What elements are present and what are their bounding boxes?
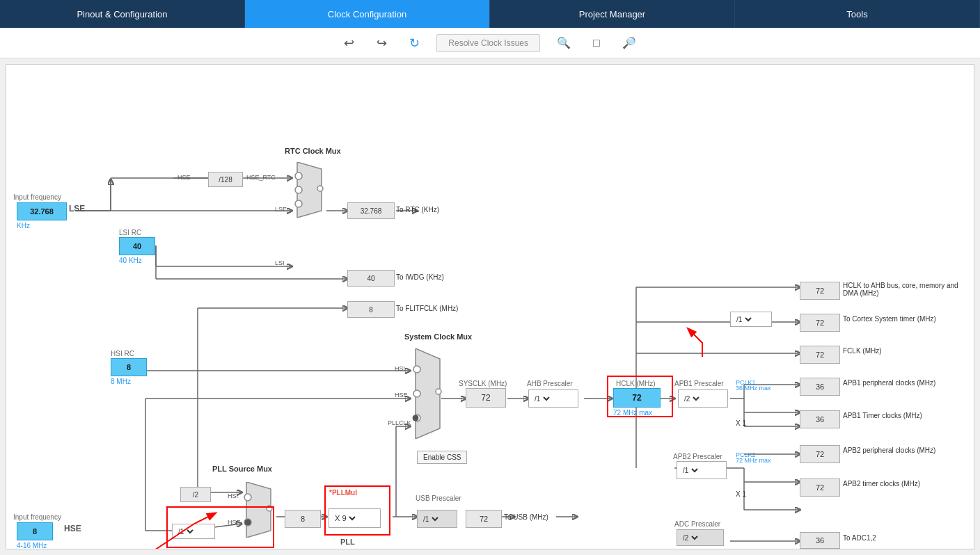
svg-point-55: [413, 366, 420, 373]
usb-prescaler-select[interactable]: /1: [417, 510, 457, 528]
hse-block: HSE: [64, 524, 81, 533]
rtc-value-box[interactable]: 32.768: [347, 202, 395, 219]
lsi-rc-value-box[interactable]: 40: [119, 237, 155, 255]
hse-input-label: Input frequency: [13, 513, 61, 521]
hsi-pll-mux-label: HSI: [228, 492, 238, 499]
svg-point-61: [244, 494, 251, 501]
hse-pll-div-select[interactable]: /1: [172, 524, 215, 539]
nav-tools[interactable]: Tools: [735, 0, 980, 28]
hclk-value-box[interactable]: 72: [613, 388, 661, 408]
pllclk-sys-mux-label: PLLCLK: [388, 419, 411, 426]
lse-input-label: Input frequency: [13, 193, 61, 201]
apb1-timer-value-box[interactable]: 36: [800, 410, 840, 428]
pll-mux-output-box[interactable]: 8: [285, 510, 321, 528]
resolve-clock-issues-button[interactable]: Resolve Clock Issues: [436, 34, 540, 52]
svg-point-53: [317, 186, 323, 191]
hse-pll-div-dropdown[interactable]: /1: [175, 527, 196, 536]
usb-prescaler-dropdown[interactable]: /1: [420, 515, 441, 524]
to-flit-label: To FLITFCLK (MHz): [396, 305, 458, 312]
apb2-prescaler-select[interactable]: /1: [677, 461, 727, 479]
flit-value-box[interactable]: 8: [347, 301, 395, 318]
top-navigation: Pinout & Configuration Clock Configurati…: [0, 0, 980, 28]
red-annotation-arrows: [6, 65, 974, 549]
svg-point-59: [436, 389, 441, 394]
apb1-peri-label: APB1 peripheral clocks (MHz): [843, 379, 935, 387]
hclk-label: HCLK (MHz): [616, 380, 656, 387]
adc-prescaler-dropdown[interactable]: /2: [680, 533, 700, 542]
nav-pinout[interactable]: Pinout & Configuration: [0, 0, 245, 28]
hsi-rc-label: HSI RC: [111, 350, 134, 357]
lse-value-box[interactable]: 32.768: [17, 202, 67, 220]
svg-point-64: [267, 506, 272, 511]
diagram-lines: [6, 65, 974, 549]
hclk-div-top-select[interactable]: /1: [730, 312, 772, 327]
apb1-prescaler-select[interactable]: /2: [678, 389, 728, 408]
to-rtc-label: To RTC (KHz): [396, 206, 439, 214]
usb-value-box[interactable]: 72: [466, 510, 502, 528]
cortex-value-box[interactable]: 72: [800, 314, 840, 332]
lse-unit-label: KHz: [17, 222, 30, 230]
apb2-prescaler-label: APB2 Prescaler: [673, 453, 722, 460]
svg-point-51: [295, 186, 302, 193]
svg-point-52: [295, 200, 302, 207]
clock-diagram: Input frequency 32.768 KHz LSE LSI RC 40…: [6, 65, 974, 549]
rtc-clock-mux-label: RTC Clock Mux: [285, 147, 341, 155]
ahb-prescaler-dropdown[interactable]: /1: [532, 394, 552, 403]
to-usb-label: To USB (MHz): [504, 513, 548, 521]
pclk2-max-label: 72 MHz max: [736, 457, 771, 464]
lsi-rc-unit-label: 40 KHz: [119, 257, 142, 264]
ahb-prescaler-label: AHB Prescaler: [527, 380, 573, 387]
zoom-in-button[interactable]: 🔍: [551, 33, 576, 52]
x1-apb1-label: X 1: [736, 419, 746, 427]
svg-point-58: [413, 415, 418, 421]
lse-block: LSE: [69, 204, 85, 214]
svg-point-50: [295, 172, 302, 179]
hsi-rc-unit-label: 8 MHz: [111, 378, 131, 385]
hse-pll-mux-label: HSE: [228, 519, 241, 526]
toolbar: ↩ ↪ ↻ Resolve Clock Issues 🔍 □ 🔎: [0, 28, 980, 58]
adc-value-box[interactable]: 36: [800, 532, 840, 549]
pll-mul-label: *PLLMul: [329, 489, 357, 497]
sysclk-value-box[interactable]: 72: [466, 388, 506, 408]
iwdg-value-box[interactable]: 40: [347, 270, 395, 287]
rtc-mux[interactable]: [290, 162, 329, 218]
hse-to-128-label: HSE: [177, 174, 191, 181]
ahb-prescaler-select[interactable]: /1: [528, 389, 578, 408]
hse-input-value-box[interactable]: 8: [17, 522, 53, 540]
apb1-prescaler-label: APB1 Prescaler: [674, 380, 724, 387]
undo-button[interactable]: ↩: [338, 33, 360, 54]
redo-button[interactable]: ↪: [371, 33, 393, 54]
apb1-prescaler-dropdown[interactable]: /2: [681, 394, 702, 403]
hsi-rc-value-box[interactable]: 8: [111, 358, 147, 376]
pll-source-mux[interactable]: [239, 482, 278, 538]
refresh-button[interactable]: ↻: [404, 33, 425, 54]
hclk-ahb-label: HCLK to AHB bus, core, memory and DMA (M…: [843, 282, 968, 297]
lsi-rc-label: LSI RC: [119, 229, 141, 236]
hclk-ahb-value-box[interactable]: 72: [800, 282, 840, 300]
apb2-timer-label: APB2 timer clocks (MHz): [843, 480, 920, 488]
pll-mul-dropdown[interactable]: X 9: [332, 513, 358, 523]
svg-point-56: [413, 390, 420, 397]
fclk-value-box[interactable]: 72: [800, 346, 840, 364]
adc-prescaler-select[interactable]: /2: [677, 529, 724, 546]
svg-point-63: [245, 520, 251, 525]
nav-clock[interactable]: Clock Configuration: [245, 0, 490, 28]
hse-input-unit-label: 4-16 MHz: [17, 542, 47, 549]
enable-css-button[interactable]: Enable CSS: [417, 451, 467, 464]
pll-mul-select[interactable]: X 9: [329, 508, 381, 528]
hsi-sys-mux-label: HSI: [395, 365, 405, 372]
clock-diagram-canvas: Input frequency 32.768 KHz LSE LSI RC 40…: [6, 64, 974, 549]
apb2-peri-value-box[interactable]: 72: [800, 445, 840, 463]
zoom-out-button[interactable]: 🔎: [617, 33, 642, 52]
system-clock-mux[interactable]: [409, 348, 447, 439]
apb1-peri-value-box[interactable]: 36: [800, 378, 840, 396]
fit-button[interactable]: □: [587, 34, 606, 52]
nav-project[interactable]: Project Manager: [490, 0, 735, 28]
apb2-timer-value-box[interactable]: 72: [800, 478, 840, 497]
apb2-prescaler-dropdown[interactable]: /1: [680, 466, 700, 475]
hclk-div-top-dropdown[interactable]: /1: [734, 315, 754, 324]
hse-rtc-div-box[interactable]: /128: [208, 172, 243, 187]
apb1-timer-label: APB1 Timer clocks (MHz): [843, 412, 922, 419]
hsi-pll-div-box[interactable]: /2: [180, 487, 211, 502]
apb2-peri-label: APB2 peripheral clocks (MHz): [843, 447, 935, 454]
